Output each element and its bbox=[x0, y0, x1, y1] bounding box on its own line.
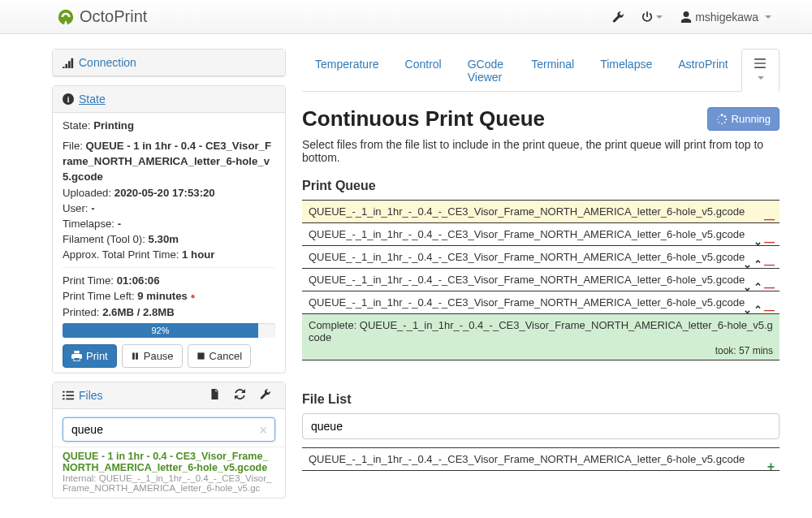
printtime-label: Print Time: bbox=[63, 274, 114, 287]
approx-label: Approx. Total Print Time: bbox=[63, 248, 179, 261]
files-panel: Files × QUEUE - 1 in 1hr - 0.4 - CE3_Vis… bbox=[52, 382, 286, 499]
user-value: - bbox=[91, 202, 94, 214]
signal-icon bbox=[63, 57, 74, 68]
pause-icon bbox=[131, 352, 140, 360]
progress-bar: 92% bbox=[63, 323, 258, 338]
state-header[interactable]: i State bbox=[53, 86, 285, 113]
svg-point-7 bbox=[721, 123, 723, 124]
timelapse-value: - bbox=[118, 218, 121, 230]
tab-control[interactable]: Control bbox=[392, 49, 455, 92]
add-icon[interactable]: + bbox=[767, 463, 775, 471]
tab-astroprint[interactable]: AstroPrint bbox=[665, 49, 741, 92]
user-label: User: bbox=[63, 202, 89, 214]
filament-label: Filament (Tool 0): bbox=[63, 233, 145, 245]
live-dot-icon: ● bbox=[191, 292, 196, 301]
queue-status-button[interactable]: Running bbox=[707, 107, 780, 131]
main-tabs: Temperature Control GCode Viewer Termina… bbox=[302, 49, 780, 92]
wrench-icon bbox=[612, 11, 624, 23]
file-settings-button[interactable] bbox=[255, 389, 275, 402]
filelist-search-input[interactable] bbox=[302, 413, 780, 439]
power-icon bbox=[641, 11, 653, 23]
file-icon bbox=[209, 389, 220, 399]
printtimeleft-value: 9 minutes bbox=[137, 290, 188, 302]
hamburger-icon bbox=[754, 58, 766, 68]
page-title: Continuous Print Queue bbox=[302, 106, 707, 132]
uploaded-value: 2020-05-20 17:53:20 bbox=[114, 187, 215, 199]
pause-button[interactable]: Pause bbox=[122, 344, 183, 368]
file-entry[interactable]: QUEUE - 1 in 1hr - 0.4 - CE3_Visor_Frame… bbox=[53, 447, 285, 498]
username: mshigekawa bbox=[695, 11, 758, 24]
state-label: State: bbox=[63, 119, 90, 132]
file-list-heading: File List bbox=[302, 392, 780, 407]
state-panel: i State State: Printing File: QUEUE - 1 … bbox=[52, 85, 286, 373]
filament-value: 5.30m bbox=[149, 233, 179, 245]
system-button[interactable] bbox=[633, 6, 671, 28]
filelist-item[interactable]: QUEUE_-_1_in_1hr_-_0.4_-_CE3_Visor_Frame… bbox=[302, 447, 780, 471]
refresh-button[interactable] bbox=[230, 389, 250, 402]
list-icon bbox=[63, 390, 74, 401]
files-title[interactable]: Files bbox=[79, 389, 103, 402]
tab-timelapse[interactable]: Timelapse bbox=[587, 49, 665, 92]
files-header: Files bbox=[53, 382, 285, 409]
approx-value: 1 hour bbox=[182, 248, 214, 261]
svg-point-4 bbox=[723, 115, 725, 117]
queue-item[interactable]: QUEUE_-_1_in_1hr_-_0.4_-_CE3_Visor_Frame… bbox=[302, 222, 780, 246]
queue-item[interactable]: QUEUE_-_1_in_1hr_-_0.4_-_CE3_Visor_Frame… bbox=[302, 268, 780, 291]
tab-gcode-viewer[interactable]: GCode Viewer bbox=[455, 49, 519, 92]
file-list: QUEUE_-_1_in_1hr_-_0.4_-_CE3_Visor_Frame… bbox=[302, 447, 780, 471]
new-file-button[interactable] bbox=[205, 389, 225, 402]
user-icon bbox=[680, 11, 692, 23]
svg-point-10 bbox=[718, 115, 719, 116]
files-search-input[interactable] bbox=[63, 417, 275, 442]
print-button[interactable]: Print bbox=[63, 344, 117, 368]
queue-item[interactable]: QUEUE_-_1_in_1hr_-_0.4_-_CE3_Visor_Frame… bbox=[302, 200, 780, 223]
wrench-icon bbox=[260, 389, 270, 399]
uploaded-label: Uploaded: bbox=[63, 187, 111, 199]
octoprint-logo-icon bbox=[57, 8, 75, 26]
queue-item[interactable]: QUEUE_-_1_in_1hr_-_0.4_-_CE3_Visor_Frame… bbox=[302, 291, 780, 314]
clear-search-icon[interactable]: × bbox=[259, 422, 268, 438]
file-entry-meta: Internal: QUEUE_-_1_in_1hr_-_0.4_-_CE3_V… bbox=[63, 473, 275, 493]
file-entry-name: QUEUE - 1 in 1hr - 0.4 - CE3_Visor_Frame… bbox=[63, 451, 275, 473]
brand[interactable]: OctoPrint bbox=[57, 7, 147, 26]
print-queue-list: QUEUE_-_1_in_1hr_-_0.4_-_CE3_Visor_Frame… bbox=[302, 200, 780, 360]
state-title[interactable]: State bbox=[79, 93, 106, 106]
stop-icon bbox=[197, 352, 205, 360]
queue-item[interactable]: QUEUE_-_1_in_1hr_-_0.4_-_CE3_Visor_Frame… bbox=[302, 245, 780, 269]
svg-point-8 bbox=[718, 121, 719, 123]
file-label: File: bbox=[63, 140, 83, 152]
svg-point-5 bbox=[725, 118, 727, 119]
navbar: OctoPrint mshigekawa bbox=[0, 0, 812, 34]
settings-button[interactable] bbox=[604, 6, 632, 28]
brand-text: OctoPrint bbox=[80, 7, 147, 26]
tab-more[interactable] bbox=[741, 49, 780, 92]
refresh-icon bbox=[235, 389, 245, 399]
user-menu[interactable]: mshigekawa bbox=[672, 6, 780, 28]
queue-item[interactable]: Complete: QUEUE_-_1_in_1hr_-_0.4_-_CE3_V… bbox=[302, 313, 780, 360]
queue-description: Select files from the file list to inclu… bbox=[302, 138, 780, 164]
cancel-button[interactable]: Cancel bbox=[188, 344, 251, 368]
progress-bar-container: 92% bbox=[63, 323, 275, 338]
svg-point-9 bbox=[717, 119, 718, 119]
connection-header[interactable]: Connection bbox=[53, 50, 285, 76]
printtimeleft-label: Print Time Left: bbox=[63, 290, 135, 302]
file-value: QUEUE - 1 in 1hr - 0.4 - CE3_Visor_Frame… bbox=[63, 140, 271, 183]
svg-point-6 bbox=[723, 121, 725, 123]
info-icon: i bbox=[63, 93, 74, 105]
svg-text:i: i bbox=[67, 95, 70, 104]
printtime-value: 01:06:06 bbox=[117, 274, 160, 287]
spinner-icon bbox=[716, 114, 728, 125]
printed-label: Printed: bbox=[63, 306, 99, 318]
state-value: Printing bbox=[93, 119, 134, 132]
tab-temperature[interactable]: Temperature bbox=[302, 49, 392, 92]
svg-point-3 bbox=[720, 114, 723, 116]
queue-took: took: 57 mins bbox=[715, 345, 773, 356]
connection-panel: Connection bbox=[52, 49, 286, 77]
svg-rect-2 bbox=[197, 352, 204, 359]
print-icon bbox=[71, 351, 82, 361]
printed-value: 2.6MB / 2.8MB bbox=[102, 306, 175, 318]
timelapse-label: Timelapse: bbox=[63, 218, 114, 230]
tab-terminal[interactable]: Terminal bbox=[518, 49, 587, 92]
print-queue-heading: Print Queue bbox=[302, 179, 780, 193]
connection-title[interactable]: Connection bbox=[79, 56, 136, 69]
